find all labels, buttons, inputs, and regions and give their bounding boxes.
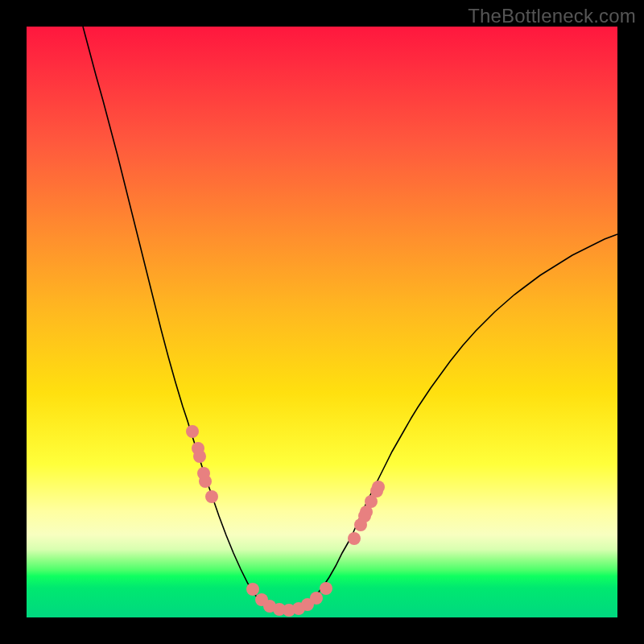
data-point-dot	[320, 582, 332, 595]
data-point-dot	[310, 592, 323, 605]
data-point-dot	[246, 583, 259, 596]
chart-frame: TheBottleneck.com	[0, 0, 644, 644]
data-point-dot	[186, 425, 199, 438]
data-point-dot	[193, 450, 206, 463]
plot-area	[27, 27, 617, 617]
data-point-dot	[372, 481, 385, 493]
chart-overlay	[27, 27, 617, 617]
data-point-dot	[348, 532, 361, 545]
data-point-dot	[205, 490, 218, 503]
attribution-text: TheBottleneck.com	[468, 5, 636, 27]
data-point-dot	[199, 475, 212, 488]
bottleneck-curve	[83, 27, 617, 611]
